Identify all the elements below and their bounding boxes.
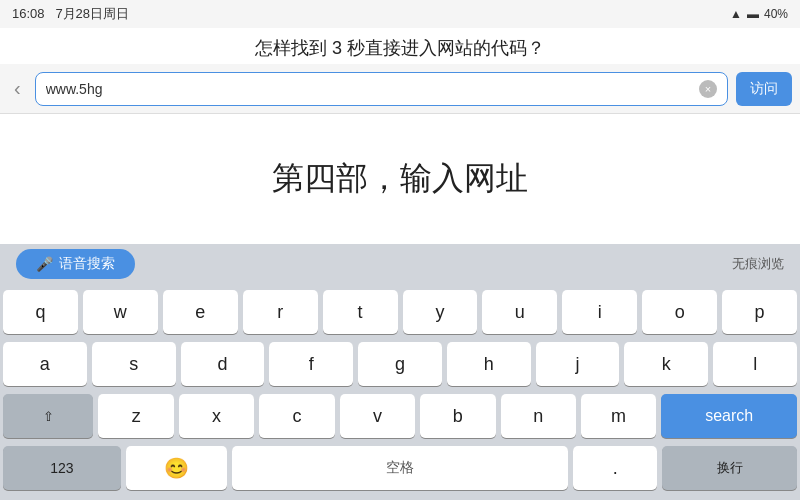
key-m[interactable]: m — [581, 394, 656, 438]
key-a[interactable]: a — [3, 342, 87, 386]
status-time-date: 16:08 7月28日周日 — [12, 5, 129, 23]
dot-key[interactable]: . — [573, 446, 657, 490]
key-z[interactable]: z — [98, 394, 173, 438]
key-v[interactable]: v — [340, 394, 415, 438]
key-n[interactable]: n — [501, 394, 576, 438]
key-f[interactable]: f — [269, 342, 353, 386]
keyboard: q w e r t y u i o p a s d f g h j k l ⇧ … — [0, 284, 800, 500]
battery-icon: ▬ — [747, 7, 759, 21]
back-button[interactable]: ‹ — [8, 73, 27, 104]
search-key[interactable]: search — [661, 394, 797, 438]
nav-bar: ‹ × 访问 — [0, 64, 800, 114]
url-clear-button[interactable]: × — [699, 80, 717, 98]
section-label: 第四部，输入网址 — [272, 157, 528, 201]
key-k[interactable]: k — [624, 342, 708, 386]
number-key[interactable]: 123 — [3, 446, 121, 490]
visit-button[interactable]: 访问 — [736, 72, 792, 106]
battery-percent: 40% — [764, 7, 788, 21]
shift-key[interactable]: ⇧ — [3, 394, 93, 438]
key-g[interactable]: g — [358, 342, 442, 386]
page-title: 怎样找到 3 秒直接进入网站的代码？ — [255, 38, 545, 58]
key-h[interactable]: h — [447, 342, 531, 386]
mic-icon: 🎤 — [36, 256, 53, 272]
key-c[interactable]: c — [259, 394, 334, 438]
key-o[interactable]: o — [642, 290, 717, 334]
key-p[interactable]: p — [722, 290, 797, 334]
key-e[interactable]: e — [163, 290, 238, 334]
status-icons: ▲ ▬ 40% — [730, 7, 788, 21]
key-b[interactable]: b — [420, 394, 495, 438]
status-bar: 16:08 7月28日周日 ▲ ▬ 40% — [0, 0, 800, 28]
url-bar[interactable]: × — [35, 72, 728, 106]
key-w[interactable]: w — [83, 290, 158, 334]
url-input[interactable] — [46, 81, 693, 97]
key-y[interactable]: y — [403, 290, 478, 334]
wifi-icon: ▲ — [730, 7, 742, 21]
key-x[interactable]: x — [179, 394, 254, 438]
key-i[interactable]: i — [562, 290, 637, 334]
key-u[interactable]: u — [482, 290, 557, 334]
emoji-key[interactable]: 😊 — [126, 446, 227, 490]
voice-search-label: 语音搜索 — [59, 255, 115, 273]
key-j[interactable]: j — [536, 342, 620, 386]
incognito-label: 无痕浏览 — [732, 255, 784, 273]
key-d[interactable]: d — [181, 342, 265, 386]
keyboard-row-3: ⇧ z x c v b n m search — [3, 394, 797, 438]
keyboard-top-bar: 🎤 语音搜索 无痕浏览 — [0, 244, 800, 284]
key-q[interactable]: q — [3, 290, 78, 334]
main-content: 第四部，输入网址 — [0, 114, 800, 244]
return-key[interactable]: 换行 — [662, 446, 797, 490]
space-key[interactable]: 空格 — [232, 446, 569, 490]
keyboard-row-2: a s d f g h j k l — [3, 342, 797, 386]
key-s[interactable]: s — [92, 342, 176, 386]
key-r[interactable]: r — [243, 290, 318, 334]
keyboard-row-4: 123 😊 空格 . 换行 — [3, 446, 797, 490]
keyboard-row-1: q w e r t y u i o p — [3, 290, 797, 334]
key-t[interactable]: t — [323, 290, 398, 334]
key-l[interactable]: l — [713, 342, 797, 386]
page-title-area: 怎样找到 3 秒直接进入网站的代码？ — [0, 28, 800, 64]
voice-search-button[interactable]: 🎤 语音搜索 — [16, 249, 135, 279]
